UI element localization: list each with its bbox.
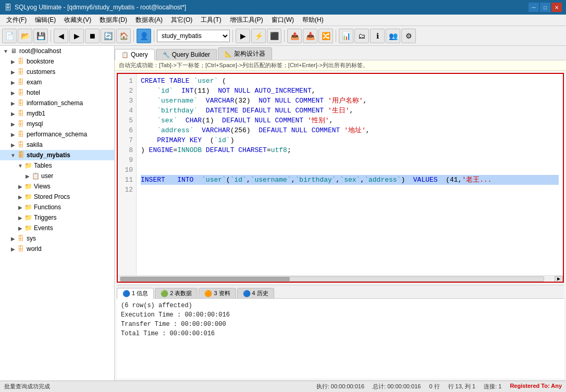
editor-scrollbar[interactable]: ▶ [118,275,563,282]
sidebar-item-mydb1[interactable]: ▶ 🗄 mydb1 [0,108,114,119]
tb-home[interactable]: 🏠 [116,29,131,43]
sidebar-item-functions[interactable]: ▶ 📁 Functions [0,202,114,212]
sidebar-item-information-schema[interactable]: ▶ 🗄 information_schema [0,98,114,108]
menu-window[interactable]: 窗口(W) [267,15,298,26]
tb-info[interactable]: ℹ [370,29,385,43]
sidebar-item-sys[interactable]: ▶ 🗄 sys [0,233,114,244]
result-tab-info2[interactable]: 🟠 3 资料 [199,288,236,298]
expand-sakila[interactable]: ▶ [9,142,17,148]
sidebar-item-hotel[interactable]: ▶ 🗄 hotel [0,87,114,98]
expand-storedprocs[interactable]: ▶ [17,194,24,200]
menu-help[interactable]: 帮助(H) [298,15,328,26]
sidebar-item-triggers[interactable]: ▶ 📁 Triggers [0,212,114,223]
sidebar-item-perf[interactable]: ▶ 🗄 performance_schema [0,129,114,140]
db-icon-exam: 🗄 [17,78,25,86]
statusbar-total: 总计: 00:00:00:016 [373,383,421,390]
menu-advanced[interactable]: 增强工具(P) [226,15,267,26]
label-views: Views [34,183,51,190]
menu-tools[interactable]: 工具(T) [196,15,225,26]
sidebar-item-bookstore[interactable]: ▶ 🗄 bookstore [0,56,114,67]
sidebar-item-root[interactable]: ▼ 🖥 root@localhost [0,46,114,56]
expand-customers[interactable]: ▶ [9,69,17,75]
folder-icon-views: 📁 [24,182,32,191]
expand-functions[interactable]: ▶ [17,205,24,210]
tb-forward[interactable]: ▶ [69,29,84,43]
result-tab-tabledata[interactable]: 🟢 2 表数据 [155,288,198,298]
tb-back[interactable]: ◀ [54,29,68,43]
result-tab-history[interactable]: 🔵 4 历史 [237,288,274,298]
expand-exam[interactable]: ▶ [9,80,17,85]
expand-triggers[interactable]: ▶ [17,215,24,221]
menu-edit[interactable]: 编辑(E) [31,15,60,26]
tb-sync[interactable]: 🔀 [318,29,333,43]
label-exam: exam [27,79,42,86]
tb-save[interactable]: 💾 [33,29,48,43]
expand-perf[interactable]: ▶ [9,132,17,137]
sidebar-item-user[interactable]: ▶ 📋 user [0,171,114,181]
sidebar-item-storedprocs[interactable]: ▶ 📁 Stored Procs [0,192,114,202]
tabledata-tab-label: 2 表数据 [170,289,192,297]
tb-refresh[interactable]: 🔄 [101,29,115,43]
expand-hotel[interactable]: ▶ [9,90,17,96]
expand-mydb1[interactable]: ▶ [9,111,17,117]
sidebar-item-world[interactable]: ▶ 🗄 world [0,244,114,254]
tb-execute[interactable]: ▶ [236,29,250,43]
tb-settings[interactable]: ⚙ [401,29,416,43]
expand-root[interactable]: ▼ [2,48,9,54]
expand-views[interactable]: ▶ [17,184,24,189]
minimize-button[interactable]: ─ [528,3,539,12]
schema-tab-label: 架构设计器 [234,49,265,58]
menu-database[interactable]: 数据库(D) [95,15,131,26]
tb-export[interactable]: 📤 [287,29,302,43]
sql-editor[interactable]: 1 2 3 4 5 6 7 8 9 10 11 12 CREATE TABLE … [118,74,563,275]
info-tab-label: 1 信息 [132,289,148,297]
scroll-right-btn[interactable]: ▶ [555,276,563,282]
label-mydb1: mydb1 [27,110,45,117]
expand-tables[interactable]: ▼ [17,163,24,169]
tb-connect[interactable]: 👤 [137,29,151,43]
tb-users[interactable]: 👥 [386,29,400,43]
tb-new[interactable]: 📄 [2,29,17,43]
tab-query[interactable]: 📋 Query [115,49,155,60]
sidebar-item-sakila[interactable]: ▶ 🗄 sakila [0,140,114,150]
tab-query-builder[interactable]: 🔧 Query Builder [156,49,217,60]
db-selector[interactable]: study_mybatis [157,30,230,42]
tb-schema[interactable]: 🗂 [354,29,369,43]
label-storedprocs: Stored Procs [34,193,70,200]
menu-file[interactable]: 文件(F) [2,15,31,26]
menu-favorites[interactable]: 收藏夹(V) [60,15,95,26]
tb-stop2[interactable]: ⬛ [267,29,281,43]
sidebar-item-study-mybatis[interactable]: ▼ 🗄 study_mybatis [0,150,114,160]
maximize-button[interactable]: □ [540,3,550,12]
expand-events[interactable]: ▶ [17,225,24,231]
sql-code[interactable]: CREATE TABLE `user` ( `id` INT(11) NOT N… [137,74,563,275]
menu-other[interactable]: 其它(O) [167,15,196,26]
result-tab-info[interactable]: 🔵 1 信息 [117,288,154,299]
sidebar-item-events[interactable]: ▶ 📁 Events [0,223,114,233]
expand-study[interactable]: ▼ [9,153,17,158]
tb-execute-all[interactable]: ⚡ [251,29,266,43]
tb-stop[interactable]: ⏹ [85,29,100,43]
schema-tab-icon: 📐 [225,50,232,57]
sidebar-item-mysql[interactable]: ▶ 🗄 mysql [0,119,114,129]
db-icon-sys: 🗄 [17,234,25,243]
sidebar-item-exam[interactable]: ▶ 🗄 exam [0,77,114,87]
tb-open[interactable]: 📂 [18,29,32,43]
expand-bookstore[interactable]: ▶ [9,59,17,65]
tb-grid[interactable]: 📊 [339,29,353,43]
sidebar-item-customers[interactable]: ▶ 🗄 customers [0,67,114,77]
sidebar-item-tables[interactable]: ▼ 📁 Tables [0,160,114,171]
expand-sys[interactable]: ▶ [9,236,17,242]
close-button[interactable]: ✕ [551,3,562,12]
tb-sep1 [51,30,51,42]
tb-import[interactable]: 📥 [303,29,317,43]
expand-mysql[interactable]: ▶ [9,121,17,127]
expand-world[interactable]: ▶ [9,246,17,252]
expand-info[interactable]: ▶ [9,100,17,106]
tab-schema-designer[interactable]: 📐 架构设计器 [218,47,272,60]
menu-table[interactable]: 数据表(A) [131,15,167,26]
sidebar-item-views[interactable]: ▶ 📁 Views [0,181,114,192]
db-icon-perf: 🗄 [17,130,25,138]
expand-user[interactable]: ▶ [24,173,31,179]
tabledata-tab-icon: 🟢 [161,290,168,297]
